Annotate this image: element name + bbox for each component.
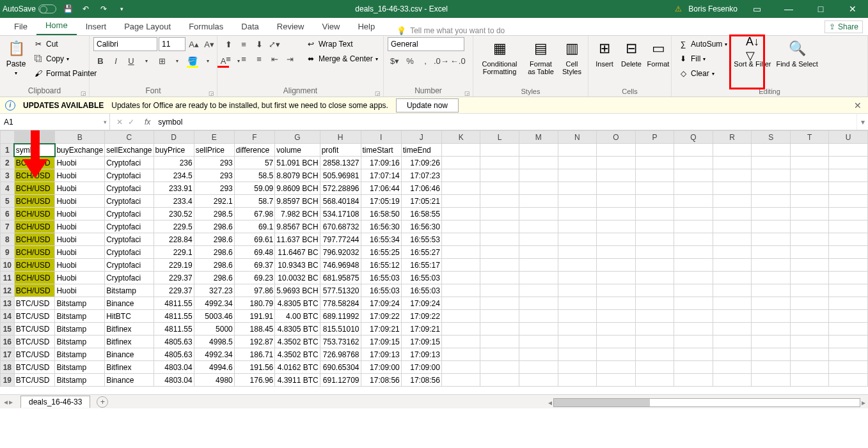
cell[interactable]: Bitstamp: [55, 323, 105, 336]
cell[interactable]: Cryptofaci: [105, 233, 154, 246]
cell[interactable]: [635, 157, 674, 169]
column-header[interactable]: P: [635, 131, 674, 144]
share-button[interactable]: ⇪ Share: [825, 20, 863, 33]
underline-dropdown-icon[interactable]: ▾: [139, 54, 154, 68]
cell[interactable]: 4980: [194, 374, 234, 387]
cell[interactable]: 298.6: [194, 233, 234, 246]
cell[interactable]: [480, 144, 519, 157]
cell[interactable]: 16:56:30: [401, 220, 441, 233]
cell[interactable]: [674, 157, 713, 169]
cell[interactable]: [597, 374, 636, 387]
cell[interactable]: 17:09:15: [361, 336, 401, 348]
bold-button[interactable]: B: [93, 54, 107, 68]
add-sheet-button[interactable]: +: [97, 396, 108, 408]
cell[interactable]: [480, 220, 519, 233]
cell[interactable]: [752, 195, 791, 208]
cell[interactable]: [480, 336, 519, 348]
cell[interactable]: [674, 259, 713, 272]
cell[interactable]: 568.40184: [320, 195, 361, 208]
column-header[interactable]: F: [234, 131, 275, 144]
cell[interactable]: [597, 284, 636, 297]
cell[interactable]: [752, 284, 791, 297]
cell[interactable]: [674, 182, 713, 195]
cell[interactable]: 229.1: [154, 246, 194, 259]
cell[interactable]: 293: [194, 157, 234, 169]
cell[interactable]: [519, 169, 558, 182]
cell[interactable]: [635, 169, 674, 182]
cell[interactable]: 681.95875: [320, 272, 361, 284]
cell[interactable]: 815.51010: [320, 323, 361, 336]
cell[interactable]: [635, 297, 674, 310]
cell[interactable]: BTC/USD: [14, 348, 55, 361]
cell[interactable]: 4998.5: [194, 336, 234, 348]
cell[interactable]: 292.1: [194, 195, 234, 208]
cell[interactable]: [441, 220, 480, 233]
row-header[interactable]: 4: [1, 182, 15, 195]
cell[interactable]: 192.87: [234, 336, 275, 348]
tab-data[interactable]: Data: [232, 18, 267, 35]
cell[interactable]: 191.91: [234, 310, 275, 323]
cell[interactable]: 505.96981: [320, 169, 361, 182]
cell[interactable]: Cryptofaci: [105, 220, 154, 233]
merge-center-button[interactable]: ⬌Merge & Center ▾: [303, 52, 381, 66]
clear-button[interactable]: ◇Clear ▾: [675, 66, 730, 81]
row-header[interactable]: 5: [1, 195, 15, 208]
cell[interactable]: 4811.55: [154, 323, 194, 336]
cell[interactable]: [558, 246, 597, 259]
cell[interactable]: [597, 169, 636, 182]
cell[interactable]: Cryptofaci: [105, 272, 154, 284]
cell[interactable]: Bitstamp: [55, 361, 105, 374]
cell[interactable]: [519, 374, 558, 387]
cell[interactable]: 57: [234, 157, 275, 169]
cell[interactable]: [597, 297, 636, 310]
format-as-table-button[interactable]: ▤Format as Table: [525, 37, 557, 88]
cell[interactable]: 69.1: [234, 220, 275, 233]
cell[interactable]: [752, 336, 791, 348]
cell[interactable]: [597, 336, 636, 348]
tell-me-search[interactable]: 💡 Tell me what you want to do: [397, 26, 505, 35]
cell[interactable]: [519, 323, 558, 336]
cell[interactable]: [829, 169, 868, 182]
cell[interactable]: 4992.34: [194, 297, 234, 310]
cell[interactable]: [635, 323, 674, 336]
cell[interactable]: 17:05:19: [361, 195, 401, 208]
column-header[interactable]: I: [361, 131, 401, 144]
tab-help[interactable]: Help: [349, 18, 384, 35]
cell[interactable]: Bitstamp: [55, 336, 105, 348]
cell[interactable]: [713, 310, 752, 323]
grow-font-icon[interactable]: A▴: [187, 37, 201, 51]
cell[interactable]: [635, 259, 674, 272]
conditional-formatting-button[interactable]: ▦Conditional Formatting: [477, 37, 522, 88]
cell[interactable]: Cryptofaci: [105, 157, 154, 169]
cell[interactable]: [713, 348, 752, 361]
cell[interactable]: [635, 144, 674, 157]
select-all-corner[interactable]: [1, 131, 15, 144]
cell[interactable]: [790, 246, 828, 259]
cell[interactable]: 16:55:25: [361, 246, 401, 259]
cell[interactable]: [558, 374, 597, 387]
cell[interactable]: 17:09:22: [401, 310, 441, 323]
font-name-select[interactable]: [93, 37, 157, 51]
cell[interactable]: 229.37: [154, 272, 194, 284]
cell[interactable]: 4.00 BTC: [275, 310, 320, 323]
cell[interactable]: [441, 182, 480, 195]
cell[interactable]: 17:06:44: [361, 182, 401, 195]
cell[interactable]: 229.5: [154, 220, 194, 233]
cell[interactable]: [790, 144, 828, 157]
cell[interactable]: 69.48: [234, 246, 275, 259]
cell[interactable]: [441, 336, 480, 348]
cell[interactable]: 67.98: [234, 208, 275, 220]
qat-customize-icon[interactable]: ▾: [115, 3, 128, 15]
cell[interactable]: [558, 144, 597, 157]
italic-button[interactable]: I: [109, 54, 123, 68]
column-header[interactable]: G: [275, 131, 320, 144]
row-header[interactable]: 18: [1, 361, 15, 374]
cell[interactable]: [674, 233, 713, 246]
cell[interactable]: 4803.04: [154, 374, 194, 387]
cell[interactable]: 17:09:00: [361, 361, 401, 374]
cell[interactable]: BCH/USD: [14, 208, 55, 220]
cell[interactable]: 2858.1327: [320, 157, 361, 169]
column-header[interactable]: O: [597, 131, 636, 144]
cell[interactable]: [558, 182, 597, 195]
column-header[interactable]: M: [519, 131, 558, 144]
